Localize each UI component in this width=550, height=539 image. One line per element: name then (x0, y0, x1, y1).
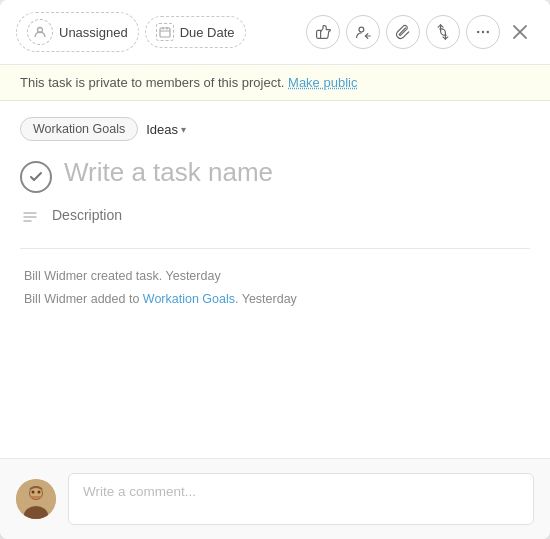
svg-point-6 (477, 31, 479, 33)
ideas-dropdown[interactable]: Ideas ▾ (146, 122, 186, 137)
unassigned-label: Unassigned (59, 25, 128, 40)
calendar-icon (156, 23, 174, 41)
toolbar-left: Unassigned Due Date (16, 12, 298, 52)
activity-action-1: created task. (87, 269, 162, 283)
ideas-label: Ideas (146, 122, 178, 137)
attach-button[interactable] (386, 15, 420, 49)
assign-button[interactable] (346, 15, 380, 49)
close-button[interactable] (506, 18, 534, 46)
repeat-button[interactable] (426, 15, 460, 49)
activity-line-1: Bill Widmer created task. Yesterday (24, 265, 530, 288)
privacy-text: This task is private to members of this … (20, 75, 284, 90)
toolbar-right (306, 15, 534, 49)
task-modal: Unassigned Due Date (0, 0, 550, 539)
workation-goals-tag[interactable]: Workation Goals (20, 117, 138, 141)
activity-link-2[interactable]: Workation Goals (143, 292, 235, 306)
comment-input[interactable] (68, 473, 534, 525)
due-date-button[interactable]: Due Date (145, 16, 246, 48)
svg-point-19 (38, 491, 41, 494)
unassigned-button[interactable]: Unassigned (16, 12, 139, 52)
svg-point-8 (487, 31, 489, 33)
privacy-banner: This task is private to members of this … (0, 65, 550, 101)
activity-time-2: . Yesterday (235, 292, 297, 306)
due-date-label: Due Date (180, 25, 235, 40)
divider (20, 248, 530, 249)
activity-user-1: Bill Widmer (24, 269, 87, 283)
svg-point-18 (32, 491, 35, 494)
svg-rect-1 (160, 28, 170, 37)
more-button[interactable] (466, 15, 500, 49)
comment-footer (0, 458, 550, 539)
complete-button[interactable] (20, 161, 52, 193)
svg-point-5 (359, 27, 364, 32)
toolbar: Unassigned Due Date (0, 0, 550, 65)
svg-point-7 (482, 31, 484, 33)
activity-user-2: Bill Widmer (24, 292, 87, 306)
task-body: Workation Goals Ideas ▾ (0, 101, 550, 458)
unassigned-avatar-icon (27, 19, 53, 45)
task-name-row (20, 157, 530, 193)
activity-line-2: Bill Widmer added to Workation Goals. Ye… (24, 288, 530, 311)
task-name-input[interactable] (64, 157, 530, 188)
activity-log: Bill Widmer created task. Yesterday Bill… (20, 265, 530, 310)
like-button[interactable] (306, 15, 340, 49)
chevron-down-icon: ▾ (181, 124, 186, 135)
user-avatar (16, 479, 56, 519)
description-icon (20, 209, 40, 228)
description-input[interactable] (52, 207, 530, 223)
activity-action-2: added to (87, 292, 143, 306)
description-row (20, 207, 530, 228)
activity-time-1: Yesterday (162, 269, 220, 283)
tags-row: Workation Goals Ideas ▾ (20, 117, 530, 141)
make-public-link[interactable]: Make public (288, 75, 357, 90)
